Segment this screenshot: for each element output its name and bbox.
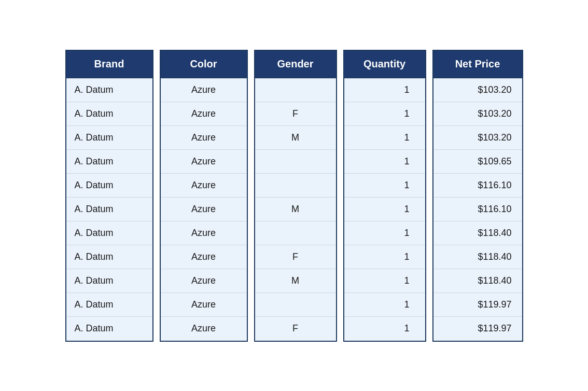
color-cell-9: Azure bbox=[161, 293, 247, 317]
net_price-cell-1: $103.20 bbox=[433, 102, 522, 126]
net_price-cell-3: $109.65 bbox=[433, 150, 522, 174]
brand-cell-4: A. Datum bbox=[66, 174, 152, 198]
data-table: Brand A. DatumA. DatumA. DatumA. DatumA.… bbox=[55, 39, 534, 352]
gender-cell-9 bbox=[255, 293, 336, 317]
gender-cell-4 bbox=[255, 174, 336, 198]
brand-cell-9: A. Datum bbox=[66, 293, 152, 317]
color-cell-1: Azure bbox=[161, 102, 247, 126]
brand-cell-7: A. Datum bbox=[66, 245, 152, 269]
quantity-cell-4: 1 bbox=[344, 174, 425, 198]
quantity-cell-3: 1 bbox=[344, 150, 425, 174]
gender-cell-1: F bbox=[255, 102, 336, 126]
color-cell-2: Azure bbox=[161, 126, 247, 150]
gender-cell-10: F bbox=[255, 317, 336, 341]
brand-cell-3: A. Datum bbox=[66, 150, 152, 174]
brand-column: Brand A. DatumA. DatumA. DatumA. DatumA.… bbox=[65, 50, 153, 342]
brand-header: Brand bbox=[66, 51, 152, 78]
brand-cell-10: A. Datum bbox=[66, 317, 152, 341]
quantity-cell-10: 1 bbox=[344, 317, 425, 341]
brand-cell-6: A. Datum bbox=[66, 221, 152, 245]
net_price-cell-7: $118.40 bbox=[433, 245, 522, 269]
net_price-cell-8: $118.40 bbox=[433, 269, 522, 293]
net_price-cell-4: $116.10 bbox=[433, 174, 522, 198]
color-cell-10: Azure bbox=[161, 317, 247, 341]
color-cell-5: Azure bbox=[161, 198, 247, 221]
color-cell-6: Azure bbox=[161, 221, 247, 245]
quantity-cell-6: 1 bbox=[344, 221, 425, 245]
quantity-cell-2: 1 bbox=[344, 126, 425, 150]
color-cell-0: Azure bbox=[161, 78, 247, 102]
gender-column: Gender FMMFMF bbox=[254, 50, 337, 342]
net_price-cell-2: $103.20 bbox=[433, 126, 522, 150]
gender-cell-6 bbox=[255, 221, 336, 245]
net_price-cell-6: $118.40 bbox=[433, 221, 522, 245]
quantity-header: Quantity bbox=[344, 51, 425, 78]
brand-cell-1: A. Datum bbox=[66, 102, 152, 126]
color-column: Color AzureAzureAzureAzureAzureAzureAzur… bbox=[160, 50, 248, 342]
gender-cell-0 bbox=[255, 78, 336, 102]
color-cell-8: Azure bbox=[161, 269, 247, 293]
gender-cell-5: M bbox=[255, 198, 336, 221]
quantity-cell-7: 1 bbox=[344, 245, 425, 269]
brand-cell-0: A. Datum bbox=[66, 78, 152, 102]
brand-cell-2: A. Datum bbox=[66, 126, 152, 150]
net_price-cell-0: $103.20 bbox=[433, 78, 522, 102]
quantity-cell-1: 1 bbox=[344, 102, 425, 126]
quantity-cell-8: 1 bbox=[344, 269, 425, 293]
brand-cell-5: A. Datum bbox=[66, 198, 152, 221]
quantity-cell-0: 1 bbox=[344, 78, 425, 102]
color-cell-7: Azure bbox=[161, 245, 247, 269]
net_price-cell-5: $116.10 bbox=[433, 198, 522, 221]
gender-cell-8: M bbox=[255, 269, 336, 293]
color-cell-3: Azure bbox=[161, 150, 247, 174]
quantity-cell-5: 1 bbox=[344, 198, 425, 221]
color-header: Color bbox=[161, 51, 247, 78]
gender-cell-3 bbox=[255, 150, 336, 174]
color-cell-4: Azure bbox=[161, 174, 247, 198]
quantity-cell-9: 1 bbox=[344, 293, 425, 317]
net-price-header: Net Price bbox=[433, 51, 522, 78]
gender-header: Gender bbox=[255, 51, 336, 78]
net_price-cell-9: $119.97 bbox=[433, 293, 522, 317]
gender-cell-7: F bbox=[255, 245, 336, 269]
net-price-column: Net Price $103.20$103.20$103.20$109.65$1… bbox=[432, 50, 523, 342]
net_price-cell-10: $119.97 bbox=[433, 317, 522, 341]
gender-cell-2: M bbox=[255, 126, 336, 150]
brand-cell-8: A. Datum bbox=[66, 269, 152, 293]
quantity-column: Quantity 11111111111 bbox=[343, 50, 426, 342]
